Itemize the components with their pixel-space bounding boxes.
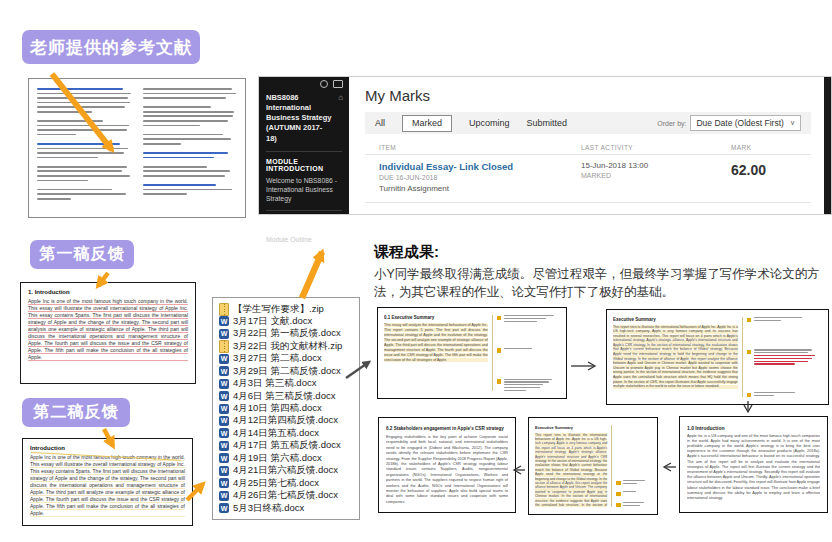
file-name: 3月27日 第二稿.docx <box>233 352 322 365</box>
list-item[interactable]: 4月10日 第四稿.docx <box>219 403 353 415</box>
list-item[interactable]: 3月29日 第二稿反馈.docx <box>219 365 353 377</box>
first-draft-document: 1. Introduction Apple Inc is one of the … <box>20 282 196 384</box>
tab-submitted[interactable]: Submitted <box>527 118 568 128</box>
doc-body: This report tries to illustrate the inte… <box>535 433 607 508</box>
order-by-select[interactable]: Due Date (Oldest First) ∨ <box>690 115 801 131</box>
docx-file-icon <box>219 503 229 513</box>
last-activity-time: 15-Jun-2018 13:00 <box>581 161 731 170</box>
comment-icon <box>616 492 621 497</box>
list-item[interactable]: 4月17日 第五稿反馈.docx <box>219 440 353 452</box>
list-item[interactable]: 3月22日 我的文献材料.zip <box>219 340 353 352</box>
label-first-draft-feedback: 第一稿反馈 <box>30 240 134 269</box>
file-name: 4月12日第四稿反馈.docx <box>233 414 338 427</box>
assignment-link[interactable]: Individual Essay- Link Closed <box>379 161 581 172</box>
lms-my-marks-screenshot: NBS8086 International Business Strategy … <box>258 76 832 215</box>
doc-body: Engaging stakeholders is the key point o… <box>386 435 508 504</box>
docx-file-icon <box>219 491 229 501</box>
sidebar-divider <box>266 210 342 211</box>
comment-icon <box>747 350 752 355</box>
folder-icon[interactable] <box>333 80 343 88</box>
docx-file-icon <box>219 466 229 476</box>
outcome-heading: 课程成果: <box>374 243 830 262</box>
course-outcome: 课程成果: 小Y同学最终取得满意成绩。尽管过程艰辛，但最终学习掌握了写作学术论文… <box>374 243 830 301</box>
list-item[interactable]: 4月26日第七稿反馈.docx <box>219 490 353 502</box>
marks-filter-tabbar: All Marked Upcoming Submitted Order by: … <box>365 112 811 134</box>
sidebar-divider <box>266 151 342 152</box>
docx-file-icon <box>219 354 229 364</box>
file-name: 3月29日 第二稿反馈.docx <box>233 365 341 378</box>
doc-title: 0.1 Executive Summary <box>384 315 488 320</box>
file-name: 3月17日 文献.docx <box>233 315 312 328</box>
comment-icon <box>497 316 502 321</box>
tab-upcoming[interactable]: Upcoming <box>469 118 510 128</box>
flow-doc-executive-summary-2: Executive Summary This report tries to i… <box>606 309 829 405</box>
sidebar-top-icons <box>320 80 343 88</box>
tab-all[interactable]: All <box>375 118 385 128</box>
review-comment <box>747 392 822 397</box>
review-comment <box>497 348 560 353</box>
page-title: My Marks <box>365 87 811 104</box>
comment-icon <box>497 348 502 353</box>
zip-file-icon <box>219 340 229 353</box>
lms-main-panel: My Marks All Marked Upcoming Submitted O… <box>349 77 831 214</box>
review-comment <box>497 379 560 391</box>
marks-table-header: ITEM LAST ACTIVITY MARK <box>365 141 811 155</box>
doc-body: This essay will analyze the internationa… <box>384 323 488 363</box>
tab-marked[interactable]: Marked <box>402 115 452 132</box>
doc-body: This report tries to illustrate the inte… <box>613 325 738 389</box>
home-icon[interactable]: ⌂ <box>338 94 343 102</box>
review-comment <box>616 480 651 485</box>
review-comments-column <box>492 315 560 391</box>
doc-title: Executive Summary <box>535 425 607 430</box>
list-item[interactable]: 4月12日第四稿反馈.docx <box>219 415 353 427</box>
assignment-due-date: DUE 16-JUN-2018 <box>379 174 581 181</box>
docx-file-icon <box>219 404 229 414</box>
file-name: 4月26日第七稿反馈.docx <box>233 489 338 502</box>
column-last-activity: LAST ACTIVITY <box>581 144 731 151</box>
list-item[interactable]: 4月14日第五稿.docx <box>219 427 353 439</box>
flow-doc-executive-summary-1: 0.1 Executive Summary This essay will an… <box>377 307 567 399</box>
sidebar-item-welcome[interactable]: Welcome to NBS8086 - International Busin… <box>266 176 342 204</box>
review-comments-column <box>742 317 822 397</box>
comment-icon <box>616 503 621 508</box>
flow-doc-executive-summary-3: Executive Summary This report tries to i… <box>528 417 658 515</box>
label-teacher-references: 老师提供的参考文献 <box>22 30 200 64</box>
comment-icon <box>616 481 621 486</box>
sidebar-heading-module-information: MODULE INFORMATION <box>266 217 342 231</box>
review-comment <box>616 502 651 507</box>
file-name: 4月17日 第五稿反馈.docx <box>233 439 341 452</box>
sidebar-item-module-outline[interactable]: Module Outline <box>266 235 342 244</box>
list-item[interactable]: 3月27日 第二稿.docx <box>219 353 353 365</box>
search-icon[interactable] <box>320 80 328 88</box>
file-name: 4月14日第五稿.docx <box>233 427 319 440</box>
flow-doc-introduction: 1.0 Introduction Apple Inc is a US compa… <box>679 416 828 513</box>
doc-title: 1.0 Introduction <box>687 425 820 431</box>
draft1-title: 1. Introduction <box>28 289 188 295</box>
course-title: NBS8086 International Business Strategy … <box>266 93 342 144</box>
docx-file-icon <box>219 478 229 488</box>
lms-sidebar: NBS8086 International Business Strategy … <box>259 77 349 214</box>
sidebar-heading-module-introduction: MODULE INTRODUCTION <box>266 158 342 172</box>
review-comment <box>497 315 560 322</box>
list-item[interactable]: 4月25日第七稿.docx <box>219 477 353 489</box>
lms-right-edge-bar <box>824 77 831 214</box>
docx-file-icon <box>219 329 229 339</box>
list-item[interactable]: 【学生写作要求】.zip <box>219 303 353 315</box>
order-by-control: Order by: Due Date (Oldest First) ∨ <box>657 115 801 131</box>
chevron-down-icon: ∨ <box>790 119 795 127</box>
order-by-value: Due Date (Oldest First) <box>696 118 783 128</box>
reference-column-right <box>143 88 237 208</box>
list-item[interactable]: 4月3日 第三稿.docx <box>219 378 353 390</box>
list-item[interactable]: 3月22日 第一稿反馈.docx <box>219 328 353 340</box>
list-item[interactable]: 4月19日 第六稿.docx <box>219 452 353 464</box>
file-name: 4月21日第六稿反馈.docx <box>233 464 338 477</box>
list-item[interactable]: 5月3日终稿.docx <box>219 502 353 514</box>
review-comment <box>747 317 822 322</box>
docx-file-icon <box>219 453 229 463</box>
mark-value: 62.00 <box>731 162 766 178</box>
docx-file-icon <box>219 428 229 438</box>
list-item[interactable]: 4月21日第六稿反馈.docx <box>219 465 353 477</box>
list-item[interactable]: 3月17日 文献.docx <box>219 315 353 327</box>
doc-title: Executive Summary <box>613 317 738 322</box>
list-item[interactable]: 4月6日 第三稿反馈.docx <box>219 390 353 402</box>
